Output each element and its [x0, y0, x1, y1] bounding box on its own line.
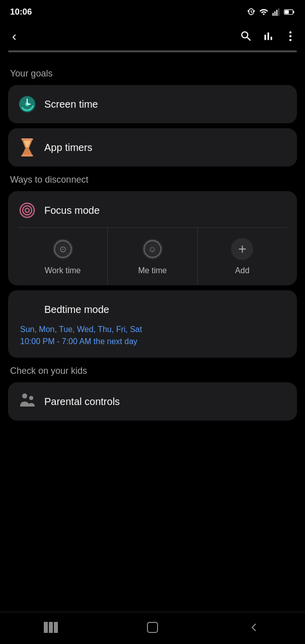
more-icon[interactable] [284, 30, 297, 43]
top-nav: ‹ [0, 22, 305, 50]
work-time-item[interactable]: ⊙ Work time [18, 228, 108, 285]
main-content: Your goals Screen time App timers [0, 56, 305, 612]
work-time-icon: ⊙ [51, 237, 75, 261]
status-icons [247, 8, 295, 17]
svg-point-7 [289, 31, 291, 33]
search-icon[interactable] [240, 30, 253, 43]
bottom-nav [0, 612, 305, 644]
battery-icon [284, 8, 295, 16]
add-label: Add [235, 266, 249, 275]
bedtime-mode-label: Bedtime mode [44, 304, 109, 315]
add-circle: + [231, 238, 253, 260]
status-time: 10:06 [10, 7, 32, 17]
bedtime-hours: 10:00 PM - 7:00 AM the next day [20, 336, 287, 348]
svg-rect-0 [273, 13, 274, 16]
svg-rect-3 [278, 9, 279, 16]
screen-time-icon [18, 95, 36, 113]
svg-point-9 [289, 39, 291, 41]
me-time-icon: ☺ [140, 237, 165, 261]
focus-mode-card[interactable]: Focus mode ⊙ Work time [8, 191, 297, 285]
svg-text:☺: ☺ [148, 245, 157, 254]
svg-rect-17 [21, 154, 33, 156]
svg-rect-1 [274, 12, 275, 16]
svg-point-8 [289, 35, 291, 37]
your-goals-label: Your goals [10, 68, 297, 79]
svg-point-33 [29, 396, 33, 400]
svg-rect-16 [21, 138, 33, 140]
app-timers-icon [18, 138, 36, 156]
alarm-icon [247, 8, 256, 17]
app-timers-label: App timers [44, 142, 93, 153]
scroll-indicator [8, 50, 297, 52]
bedtime-schedule: Sun, Mon, Tue, Wed, Thu, Fri, Sat 10:00 … [18, 324, 287, 348]
focus-mode-header: Focus mode [18, 201, 287, 227]
focus-modes-row: ⊙ Work time ☺ [18, 227, 287, 285]
svg-rect-6 [293, 11, 294, 14]
check-on-kids-label: Check on your kids [10, 366, 297, 376]
status-bar: 10:06 [0, 0, 305, 22]
svg-text:⊙: ⊙ [59, 245, 66, 254]
svg-rect-36 [54, 622, 58, 633]
svg-rect-5 [285, 10, 289, 14]
focus-mode-icon [18, 201, 36, 219]
svg-rect-37 [147, 622, 158, 632]
bedtime-days: Sun, Mon, Tue, Wed, Thu, Fri, Sat [20, 324, 287, 336]
svg-rect-2 [276, 10, 277, 16]
me-time-label: Me time [138, 266, 167, 275]
svg-point-20 [23, 206, 32, 215]
bedtime-mode-header: Bedtime mode [18, 300, 287, 318]
back-button[interactable]: ‹ [8, 27, 21, 46]
add-focus-mode-item[interactable]: + Add [198, 228, 287, 285]
parental-controls-card[interactable]: Parental controls [8, 382, 297, 421]
bedtime-mode-card[interactable]: Bedtime mode Sun, Mon, Tue, Wed, Thu, Fr… [8, 290, 297, 358]
parental-controls-label: Parental controls [44, 396, 120, 408]
svg-point-21 [25, 208, 29, 212]
add-focus-mode-icon: + [230, 237, 254, 261]
nav-action-icons [240, 30, 297, 43]
screen-time-card[interactable]: Screen time [8, 85, 297, 123]
back-nav-button[interactable] [203, 612, 305, 642]
screen-time-label: Screen time [44, 99, 98, 110]
app-timers-card[interactable]: App timers [8, 128, 297, 167]
bedtime-mode-icon [18, 300, 36, 318]
svg-rect-34 [44, 622, 48, 633]
svg-point-32 [22, 393, 27, 398]
signal-icon [272, 8, 281, 17]
me-time-item[interactable]: ☺ Me time [108, 228, 197, 285]
home-button[interactable] [102, 612, 203, 642]
wifi-icon [259, 8, 269, 17]
ways-to-disconnect-label: Ways to disconnect [10, 175, 297, 185]
recent-apps-button[interactable] [0, 612, 102, 642]
work-time-label: Work time [45, 266, 81, 275]
focus-mode-label: Focus mode [44, 205, 100, 216]
svg-rect-35 [49, 622, 53, 633]
stats-icon[interactable] [262, 30, 275, 43]
parental-controls-icon [18, 392, 36, 411]
